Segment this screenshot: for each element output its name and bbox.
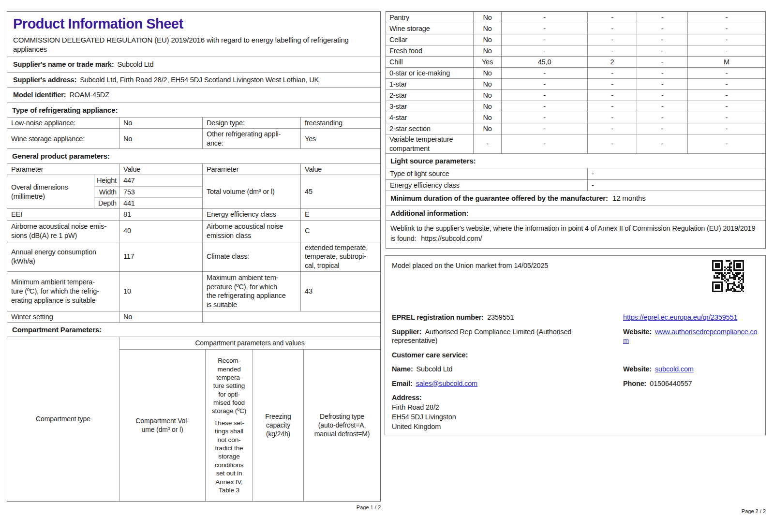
noise-row: Airborne acoustical noise emis- sions (d… (7, 220, 380, 242)
guarantee-row: Minimum duration of the guarantee offere… (386, 191, 765, 205)
type-heading: Type of refrigerating appliance: (7, 103, 380, 117)
compartment-value-cell: - (501, 23, 587, 34)
guarantee-value: 12 months (612, 194, 646, 202)
light-efficiency-value: - (587, 180, 765, 191)
energy-consumption-value: 117 (119, 242, 202, 271)
compartment-value-cell: No (473, 68, 501, 78)
market-info-box: Model placed on the Union market from 14… (385, 255, 766, 435)
compartment-type-cell: 1-star (386, 79, 473, 89)
compartment-value-cell: - (637, 57, 687, 67)
energy-class-label: Energy efficiency class (202, 209, 300, 220)
regulation-subtitle: COMMISSION DELEGATED REGULATION (EU) 201… (13, 35, 374, 54)
compartment-value-cell: - (501, 101, 587, 112)
compartment-value-cell: - (501, 90, 587, 101)
table-row: 4-starNo---- (386, 112, 765, 123)
table-row: Fresh foodNo---- (386, 45, 765, 56)
winter-setting-row: Winter setting No (7, 311, 380, 323)
depth-value: 441 (119, 197, 202, 208)
wine-storage-label: Wine storage appliance: (7, 129, 119, 148)
table-row: 2-starNo---- (386, 89, 765, 101)
ambient-temperature-row: Minimum ambient tempera- ture (ºC), for … (7, 271, 380, 311)
compartment-type-cell: 2-star section (386, 123, 473, 134)
light-source-type-label: Type of light source (386, 168, 587, 179)
compartment-value-cell: - (587, 34, 637, 45)
energy-consumption-row: Annual energy consumption (kWh/a) 117 Cl… (7, 242, 380, 271)
height-value: 447 (119, 175, 202, 186)
light-source-type-value: - (587, 168, 765, 179)
compartment-value-cell: No (473, 23, 501, 34)
page-1: Product Information Sheet COMMISSION DEL… (7, 11, 381, 502)
guarantee-label: Minimum duration of the guarantee offere… (390, 194, 608, 202)
page-title: Product Information Sheet (13, 15, 374, 32)
dimensions-row: Overal dimensions (millimetre) Height 44… (7, 175, 380, 208)
eei-value: 81 (119, 209, 202, 220)
max-ambient-label: Maximum ambient tem- perature (ºC), for … (202, 272, 300, 311)
compartment-value-cell: - (687, 12, 765, 23)
noise-class-label: Airborne acoustical noise emission class (202, 221, 300, 242)
eprel-link[interactable]: https://eprel.ec.europa.eu/qr/2359551 (623, 313, 737, 321)
compartment-value-cell: - (473, 134, 501, 153)
low-noise-label: Low-noise appliance: (7, 118, 119, 129)
header-value-1: Value (119, 164, 202, 175)
compartment-value-cell: - (587, 101, 637, 112)
phone-value: 01506440557 (650, 380, 692, 387)
compartment-value-cell: - (501, 112, 587, 123)
qr-code-icon (712, 260, 744, 292)
table-row: PantryNo---- (386, 12, 765, 23)
min-ambient-label: Minimum ambient tempera- ture (ºC), for … (7, 272, 119, 311)
eei-label: EEI (7, 209, 119, 220)
compartment-value-cell: - (637, 45, 687, 56)
supplier-address-label: Supplier's address: (13, 76, 76, 84)
table-row: Wine storageNo---- (386, 23, 765, 34)
weblink-url: https://subcold.com/ (421, 235, 482, 242)
compartment-value-cell: - (637, 12, 687, 23)
compartment-value-cell: 2 (587, 57, 637, 67)
energy-consumption-label: Annual energy consumption (kWh/a) (7, 242, 119, 271)
dimensions-label: Overal dimensions (millimetre) (7, 175, 94, 208)
compartment-value-cell: - (637, 23, 687, 34)
eprel-row: EPREL registration number:2359551 https:… (392, 313, 759, 322)
supplier-name-label: Supplier's name or trade mark: (13, 60, 114, 68)
low-noise-value: No (119, 118, 202, 129)
settings-note-text: These set- tings shall not con- tradict … (214, 419, 244, 495)
customer-care-heading: Customer care service: (392, 351, 618, 360)
compartment-value-cell: 45,0 (501, 57, 587, 67)
compartment-type-cell: Pantry (386, 12, 473, 23)
low-noise-row: Low-noise appliance: No Design type: fre… (7, 117, 380, 129)
title-block: Product Information Sheet COMMISSION DEL… (7, 12, 380, 57)
compartment-type-cell: 3-star (386, 101, 473, 112)
compartment-value-cell: - (687, 34, 765, 45)
compartment-value-cell: - (501, 134, 587, 153)
compartment-value-cell: - (637, 90, 687, 101)
eei-row: EEI 81 Energy efficiency class E (7, 208, 380, 220)
compartment-value-cell: - (637, 134, 687, 153)
model-identifier-row: Model identifier:ROAM-45DZ (7, 87, 380, 103)
supplier-address-row: Supplier's address:Subcold Ltd, Firth Ro… (7, 72, 380, 88)
compartment-value-cell: No (473, 34, 501, 45)
address-lines: Firth Road 28/2 EH54 5DJ Livingston Unit… (392, 402, 759, 431)
width-value: 753 (119, 186, 202, 197)
phone-label: Phone: (623, 380, 646, 387)
website2-link[interactable]: subcold.com (655, 365, 694, 373)
winter-setting-label: Winter setting (7, 311, 119, 323)
website2-label: Website: (623, 365, 652, 373)
compartment-value-cell: - (587, 12, 637, 23)
width-label: Width (94, 186, 119, 197)
general-parameters-heading: General product parameters: (7, 148, 380, 163)
compartment-value-cell: - (587, 90, 637, 101)
wine-storage-row: Wine storage appliance: No Other refrige… (7, 128, 380, 148)
compartment-parameters-heading: Compartment Parameters: (7, 322, 380, 337)
table-row: CellarNo---- (386, 34, 765, 45)
parameter-header-row: Parameter Value Parameter Value (7, 163, 380, 175)
compartment-value-cell: - (587, 79, 637, 89)
compartment-value-cell: - (501, 79, 587, 89)
compartment-value-cell: - (687, 45, 765, 56)
compartment-type-cell: Chill (386, 57, 473, 67)
customer-care-heading-row: Customer care service: (392, 351, 759, 360)
energy-class-value: E (300, 209, 380, 220)
table-row: 0-star or ice-makingNo---- (386, 67, 765, 78)
email-link[interactable]: sales@subcold.com (416, 380, 477, 387)
design-type-label: Design type: (202, 118, 300, 129)
recommended-temperature-text: Recom- mended tempera- ture setting for … (212, 356, 246, 415)
compartment-value-cell: - (501, 45, 587, 56)
